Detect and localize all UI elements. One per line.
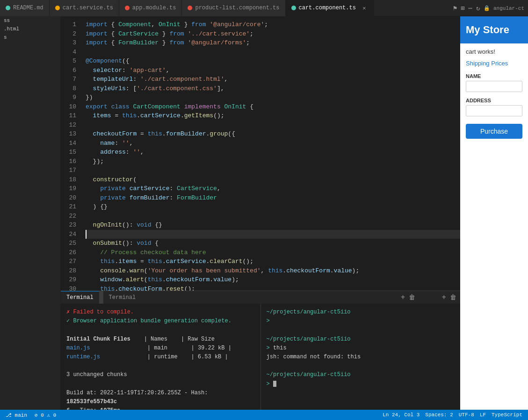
terminal-trash-2-icon[interactable]: 🗑: [450, 294, 456, 301]
terminal-add-2-icon[interactable]: +: [441, 293, 446, 302]
tab-bar-actions: ⚑ ⊞ ⋯ ↻ 🔒 angular-ct: [449, 4, 528, 12]
tab-close-cart-component[interactable]: ✕: [361, 4, 368, 12]
split-editor-icon[interactable]: ⚑: [453, 4, 457, 12]
store-title: My Store: [466, 24, 509, 36]
lock-icon: 🔒 angular-ct: [484, 5, 524, 11]
sidebar-file-s[interactable]: s: [0, 33, 60, 42]
sidebar-file-ss[interactable]: ss: [0, 16, 60, 25]
status-bar-right: Ln 24, Col 3 Spaces: 2 UTF-8 LF TypeScri…: [383, 412, 522, 418]
status-spaces[interactable]: Spaces: 2: [425, 412, 453, 418]
sidebar-left: ss .html s: [0, 16, 61, 410]
tab-icon-cart-component: [291, 6, 296, 10]
terminal-area: Terminal Terminal + 🗑 + 🗑 ✗ Failed to co…: [61, 291, 460, 410]
terminal-tab-bar: Terminal Terminal + 🗑 + 🗑: [61, 291, 460, 304]
tab-label-cart-service: cart.service.ts: [63, 5, 113, 11]
tab-list: README.md cart.service.ts app.module.ts …: [0, 0, 449, 16]
reload-icon[interactable]: ↻: [476, 4, 480, 12]
status-line-col[interactable]: Ln 24, Col 3: [383, 412, 420, 418]
terminal-panel-2[interactable]: ~/projects/angular-ct5iio>~/projects/ang…: [261, 304, 461, 410]
terminal-panel-1[interactable]: ✗ Failed to compile.✓ Browser applicatio…: [61, 304, 261, 410]
tab-icon-readme: [6, 6, 10, 10]
terminal-tab-actions: + 🗑 + 🗑: [401, 291, 460, 304]
right-panel: My Store cart works! Shipping Prices NAM…: [460, 16, 528, 410]
status-bar: ⎇ main ⊘ 0 ⚠ 0 Ln 24, Col 3 Spaces: 2 UT…: [0, 410, 528, 420]
tab-app-module[interactable]: app.module.ts: [119, 0, 182, 16]
tab-icon-product-list: [188, 6, 192, 10]
terminal-label-1: Terminal: [66, 294, 94, 301]
tab-label-app-module: app.module.ts: [132, 5, 176, 11]
tab-cart-component[interactable]: cart.component.ts ✕: [286, 0, 374, 16]
main-content: ss .html s 12345678910111213141516171819…: [0, 16, 528, 410]
store-works-text: cart works!: [466, 48, 522, 55]
status-branch: ⎇ main: [6, 412, 27, 418]
name-label: NAME: [466, 73, 522, 79]
tab-label-cart-component: cart.component.ts: [299, 5, 356, 11]
tab-label-readme: README.md: [13, 5, 43, 11]
tab-icon-cart-service: [55, 6, 60, 10]
editor-area: 1234567891011121314151617181920212223242…: [61, 16, 460, 410]
address-label: ADDRESS: [466, 98, 522, 103]
status-errors: ⊘ 0 ⚠ 0: [35, 412, 56, 418]
shipping-prices-link[interactable]: Shipping Prices: [466, 60, 522, 67]
status-encoding[interactable]: UTF-8: [459, 412, 474, 418]
tab-label-product-list: product-list.component.ts: [195, 5, 279, 11]
sidebar-file-html[interactable]: .html: [0, 25, 60, 33]
address-input[interactable]: [466, 105, 522, 116]
tab-cart-service[interactable]: cart.service.ts: [50, 0, 119, 16]
terminal-tab-2[interactable]: Terminal: [103, 291, 142, 304]
tab-product-list[interactable]: product-list.component.ts: [182, 0, 285, 16]
terminal-add-1-icon[interactable]: +: [401, 293, 405, 302]
store-header: My Store: [460, 16, 528, 43]
code-content[interactable]: import { Component, OnInit } from '@angu…: [82, 16, 460, 291]
tab-bar: README.md cart.service.ts app.module.ts …: [0, 0, 528, 16]
status-lang[interactable]: TypeScript: [492, 412, 522, 418]
tab-readme[interactable]: README.md: [0, 0, 50, 16]
terminal-tab-1[interactable]: Terminal: [61, 291, 99, 304]
line-numbers: 1234567891011121314151617181920212223242…: [61, 16, 82, 291]
more-actions-icon[interactable]: ⋯: [469, 4, 472, 12]
tab-icon-app-module: [125, 6, 130, 10]
terminal-label-2: Terminal: [109, 294, 136, 301]
status-eol[interactable]: LF: [480, 412, 486, 418]
purchase-button[interactable]: Purchase: [466, 124, 522, 139]
name-input[interactable]: [466, 81, 522, 92]
store-body: cart works! Shipping Prices NAME ADDRESS…: [460, 43, 528, 410]
terminals-content: ✗ Failed to compile.✓ Browser applicatio…: [61, 304, 460, 410]
terminal-trash-1-icon[interactable]: 🗑: [409, 294, 415, 301]
code-editor[interactable]: 1234567891011121314151617181920212223242…: [61, 16, 460, 291]
layout-icon[interactable]: ⊞: [461, 4, 464, 12]
